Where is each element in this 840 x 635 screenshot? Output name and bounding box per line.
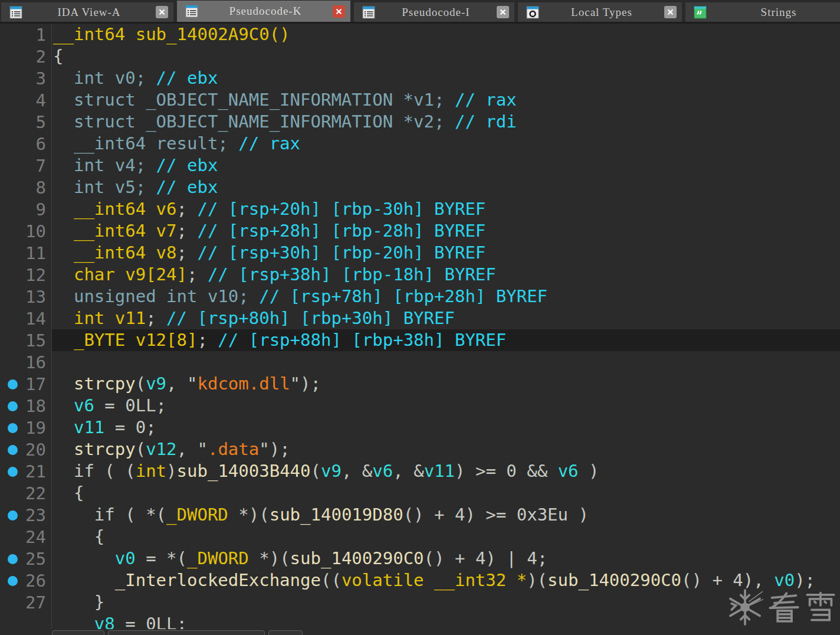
code-text: { <box>52 526 840 548</box>
breakpoint-dot[interactable] <box>8 445 18 455</box>
scrollbar-segment[interactable] <box>268 630 303 635</box>
code-segment-comment: // [rsp+28h] [rbp-28h] BYREF <box>197 220 485 242</box>
line-number: 23 <box>25 505 46 525</box>
code-line[interactable]: 9 __int64 v6; // [rsp+20h] [rbp-30h] BYR… <box>0 198 840 220</box>
code-segment-text: if ( ( <box>53 460 136 482</box>
code-segment-text: ) <box>166 460 176 482</box>
code-line[interactable]: 19 v11 = 0; <box>0 417 840 438</box>
close-icon[interactable] <box>156 6 168 18</box>
code-segment-func: sub_14003B440 <box>177 460 311 482</box>
code-segment-var: v6 <box>372 460 393 482</box>
code-segment-text: ); <box>795 569 815 591</box>
code-line[interactable]: 21 if ( (int)sub_14003B440(v9, &v6, &v11… <box>0 460 840 482</box>
code-segment-text: , & <box>342 460 372 482</box>
breakpoint-dot[interactable] <box>8 510 18 521</box>
code-segment-comment: // [rsp+38h] [rbp-18h] BYREF <box>208 264 496 286</box>
gutter: 17 <box>0 373 52 395</box>
code-line[interactable]: 1__int64 sub_14002A9C0() <box>0 24 840 45</box>
code-line[interactable]: 27 } <box>0 591 840 613</box>
code-line[interactable]: 26 _InterlockedExchange((volatile __int3… <box>0 569 840 591</box>
code-line[interactable]: 4 struct _OBJECT_NAME_INFORMATION *v1; /… <box>0 89 840 111</box>
line-number: 11 <box>25 243 46 263</box>
code-text: _InterlockedExchange((volatile __int32 *… <box>52 569 840 591</box>
code-line[interactable]: 25 v0 = *(_DWORD *)(sub_1400290C0() + 4)… <box>0 548 840 569</box>
gutter: 25 <box>0 548 52 569</box>
code-segment-yellow: __int64 v6 <box>53 198 177 220</box>
code-segment-text: )( <box>527 569 547 591</box>
code-segment-text: if ( *( <box>53 504 166 526</box>
code-text: v6 = 0LL; <box>52 395 840 417</box>
close-icon[interactable] <box>664 6 677 18</box>
tab-pseudocode-k[interactable]: Pseudocode-K <box>177 1 350 22</box>
code-line[interactable]: 2{ <box>0 45 840 67</box>
tab-ida-view-a[interactable]: IDA View-A <box>1 2 173 22</box>
code-line[interactable]: 16 <box>0 351 840 373</box>
code-line[interactable]: 13 unsigned int v10; // [rsp+78h] [rbp+2… <box>0 286 840 307</box>
code-line[interactable]: 5 struct _OBJECT_NAME_INFORMATION *v2; /… <box>0 111 840 133</box>
code-line[interactable]: 15 _BYTE v12[8]; // [rsp+88h] [rbp+38h] … <box>0 329 840 351</box>
code-segment-text: { <box>53 482 84 504</box>
code-segment-decl: struct _OBJECT_NAME_INFORMATION *v1; <box>53 89 455 111</box>
tab-local-types[interactable]: Local Types <box>518 2 682 22</box>
breakpoint-dot[interactable] <box>8 467 18 477</box>
close-icon[interactable] <box>497 6 509 18</box>
gutter: 21 <box>0 460 52 482</box>
code-line[interactable]: 14 int v11; // [rsp+80h] [rbp+30h] BYREF <box>0 307 840 329</box>
code-line[interactable]: 22 { <box>0 482 840 504</box>
scrollbar-segment[interactable] <box>52 630 104 635</box>
code-text: if ( *(_DWORD *)(sub_140019D80() + 4) >=… <box>52 504 840 526</box>
line-number: 9 <box>36 199 46 220</box>
breakpoint-dot[interactable] <box>8 554 18 564</box>
code-text: struct _OBJECT_NAME_INFORMATION *v1; // … <box>52 89 840 111</box>
code-text: int v11; // [rsp+80h] [rbp+30h] BYREF <box>52 307 840 329</box>
gutter: 13 <box>0 286 52 307</box>
code-line[interactable]: 23 if ( *(_DWORD *)(sub_140019D80() + 4)… <box>0 504 840 526</box>
tab-strings[interactable]: Strings <box>685 2 840 22</box>
code-line[interactable]: 11 __int64 v8; // [rsp+30h] [rbp-20h] BY… <box>0 242 840 264</box>
close-icon[interactable] <box>333 5 345 18</box>
code-segment-text: ) >= 0 && <box>455 460 558 482</box>
code-segment-text: = 0LL; <box>94 395 166 417</box>
strings-icon <box>694 6 707 19</box>
line-number: 2 <box>36 47 46 67</box>
gutter: 20 <box>0 438 52 460</box>
code-segment-var: v9 <box>321 460 342 482</box>
code-segment-text: = *( <box>136 548 187 569</box>
code-segment-yellow: char v9[24] <box>53 264 187 286</box>
code-line[interactable]: 17 strcpy(v9, "kdcom.dll"); <box>0 373 840 395</box>
code-line[interactable]: 20 strcpy(v12, ".data"); <box>0 438 840 460</box>
gutter: 15 <box>0 329 52 351</box>
breakpoint-dot[interactable] <box>8 423 18 433</box>
code-segment-comment: // [rsp+20h] [rbp-30h] BYREF <box>197 198 485 220</box>
gutter: 16 <box>0 351 52 373</box>
code-segment-decl: unsigned int v10; <box>53 286 259 307</box>
breakpoint-dot[interactable] <box>8 379 18 389</box>
code-segment-yellow: int <box>136 460 166 482</box>
code-segment-func: strcpy <box>53 438 136 460</box>
code-line[interactable]: 6 __int64 result; // rax <box>0 133 840 155</box>
code-segment-var: v9 <box>146 373 166 395</box>
code-text: int v5; // ebx <box>52 176 840 198</box>
code-line[interactable]: 8 int v5; // ebx <box>0 176 840 198</box>
gutter: 3 <box>0 67 52 89</box>
code-segment-text: "); <box>259 438 290 460</box>
code-line[interactable]: 7 int v4; // ebx <box>0 155 840 176</box>
code-segment-comment: // [rsp+80h] [rbp+30h] BYREF <box>166 307 455 329</box>
gutter: 26 <box>0 569 52 591</box>
scrollbar-segment[interactable] <box>108 630 265 635</box>
breakpoint-dot[interactable] <box>8 576 18 586</box>
code-lines: 1__int64 sub_14002A9C0()2{3 int v0; // e… <box>0 24 840 635</box>
code-segment-yellow: __int64 sub_14002A9C0() <box>53 24 290 45</box>
breakpoint-dot[interactable] <box>8 401 18 411</box>
code-line[interactable]: 10 __int64 v7; // [rsp+28h] [rbp-28h] BY… <box>0 220 840 242</box>
code-line[interactable]: 12 char v9[24]; // [rsp+38h] [rbp-18h] B… <box>0 264 840 286</box>
line-number: 26 <box>25 571 46 591</box>
code-line[interactable]: 24 { <box>0 526 840 548</box>
code-text: __int64 v7; // [rsp+28h] [rbp-28h] BYREF <box>52 220 840 242</box>
code-line[interactable]: 18 v6 = 0LL; <box>0 395 840 417</box>
bottom-scrollbar[interactable] <box>0 629 840 635</box>
code-line[interactable]: 3 int v0; // ebx <box>0 67 840 89</box>
tab-pseudocode-i[interactable]: Pseudocode-I <box>354 2 514 22</box>
code-segment-text: ( <box>136 438 146 460</box>
code-segment-decl: struct _OBJECT_NAME_INFORMATION *v2; <box>53 111 455 133</box>
